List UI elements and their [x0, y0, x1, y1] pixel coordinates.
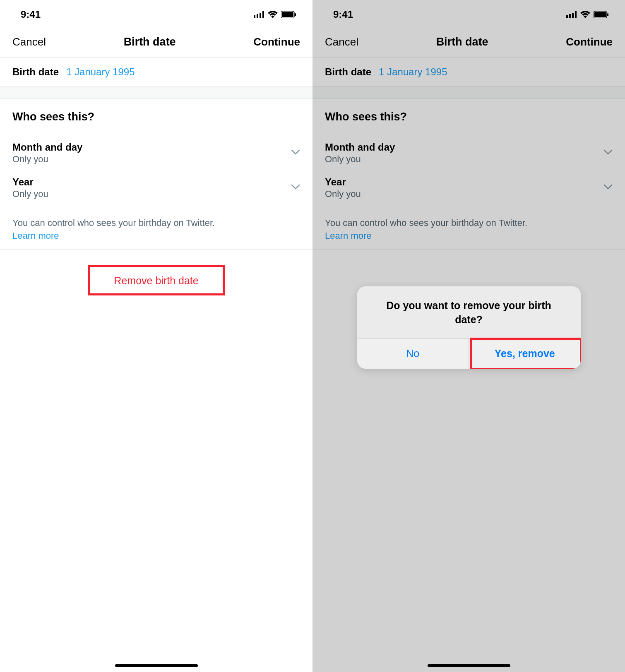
- svg-rect-6: [295, 13, 296, 16]
- battery-icon: [594, 11, 608, 18]
- svg-rect-0: [254, 15, 255, 18]
- birth-date-value: 1 January 1995: [379, 66, 447, 78]
- birth-date-label: Birth date: [325, 66, 371, 78]
- nav-header: Cancel Birth date Continue: [312, 29, 625, 58]
- remove-wrapper: Remove birth date: [0, 250, 312, 293]
- svg-rect-12: [594, 12, 606, 17]
- highlight-box: [470, 338, 581, 369]
- highlight-box: [88, 265, 225, 295]
- section-gap: [312, 86, 625, 99]
- wifi-icon: [580, 11, 590, 18]
- svg-rect-1: [257, 14, 258, 18]
- year-label: Year: [325, 176, 361, 188]
- svg-rect-10: [575, 11, 577, 18]
- learn-more-link[interactable]: Learn more: [325, 230, 613, 241]
- svg-rect-5: [282, 12, 293, 17]
- month-day-row[interactable]: Month and day Only you: [12, 136, 300, 170]
- home-indicator: [428, 664, 510, 667]
- who-sees-section: Who sees this? Month and day Only you Ye…: [312, 99, 625, 250]
- birth-date-row[interactable]: Birth date 1 January 1995: [0, 58, 312, 86]
- month-day-label: Month and day: [12, 142, 82, 153]
- cellular-icon: [254, 11, 264, 18]
- svg-rect-9: [572, 13, 574, 18]
- month-day-label: Month and day: [325, 142, 395, 153]
- year-row[interactable]: Year Only you: [12, 170, 300, 205]
- dialog-no-button[interactable]: No: [357, 339, 469, 369]
- home-indicator: [115, 664, 198, 667]
- confirm-dialog: Do you want to remove your birth date? N…: [357, 286, 581, 369]
- info-text: You can control who sees your birthday o…: [12, 217, 300, 230]
- page-title: Birth date: [124, 36, 176, 48]
- chevron-down-icon: [603, 184, 613, 192]
- month-day-value: Only you: [12, 154, 82, 165]
- svg-rect-3: [262, 11, 264, 18]
- month-day-row[interactable]: Month and day Only you: [325, 136, 613, 170]
- birth-date-row[interactable]: Birth date 1 January 1995: [312, 58, 625, 86]
- continue-button[interactable]: Continue: [253, 36, 300, 48]
- cancel-button[interactable]: Cancel: [12, 36, 46, 48]
- status-bar: 9:41: [312, 0, 625, 29]
- who-sees-title: Who sees this?: [12, 110, 300, 123]
- dialog-title: Do you want to remove your birth date?: [357, 286, 581, 339]
- status-bar: 9:41: [0, 0, 312, 29]
- chevron-down-icon: [603, 149, 613, 157]
- section-gap: [0, 86, 312, 99]
- svg-rect-2: [260, 13, 261, 18]
- status-indicators: [254, 11, 296, 18]
- dialog-yes-button[interactable]: Yes, remove: [469, 339, 581, 369]
- who-sees-title: Who sees this?: [325, 110, 613, 123]
- phone-screen-left: 9:41 Cancel Birth date Continue Birth da…: [0, 0, 312, 672]
- wifi-icon: [268, 11, 278, 18]
- battery-icon: [281, 11, 296, 18]
- status-indicators: [566, 11, 608, 18]
- year-value: Only you: [325, 189, 361, 199]
- who-sees-section: Who sees this? Month and day Only you Ye…: [0, 99, 312, 250]
- year-row[interactable]: Year Only you: [325, 170, 613, 205]
- chevron-down-icon: [291, 184, 300, 192]
- status-time: 9:41: [333, 9, 353, 20]
- birth-date-value: 1 January 1995: [66, 66, 135, 78]
- year-value: Only you: [12, 189, 48, 199]
- phone-screen-right: 9:41 Cancel Birth date Continue Birth da…: [312, 0, 625, 672]
- svg-rect-13: [607, 13, 608, 16]
- continue-button[interactable]: Continue: [566, 36, 613, 48]
- page-title: Birth date: [436, 36, 488, 48]
- status-time: 9:41: [21, 9, 41, 20]
- info-text: You can control who sees your birthday o…: [325, 217, 613, 230]
- learn-more-link[interactable]: Learn more: [12, 230, 300, 241]
- month-day-value: Only you: [325, 154, 395, 165]
- svg-rect-7: [566, 15, 568, 18]
- svg-rect-8: [569, 14, 571, 18]
- dialog-buttons: No Yes, remove: [357, 339, 581, 369]
- chevron-down-icon: [291, 149, 300, 157]
- cellular-icon: [566, 11, 577, 18]
- nav-header: Cancel Birth date Continue: [0, 29, 312, 58]
- cancel-button[interactable]: Cancel: [325, 36, 358, 48]
- birth-date-label: Birth date: [12, 66, 59, 78]
- year-label: Year: [12, 176, 48, 188]
